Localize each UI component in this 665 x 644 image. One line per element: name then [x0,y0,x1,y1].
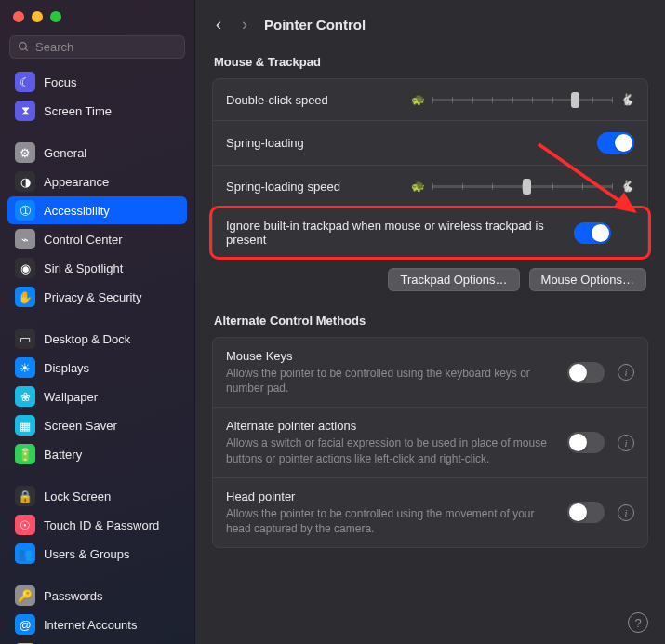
fast-icon: 🐇 [620,180,634,193]
spring-loading-speed-slider[interactable] [432,177,613,195]
sidebar-icon: ❀ [15,386,35,407]
svg-line-1 [25,48,28,51]
sidebar-icon: ▦ [15,415,35,436]
main-content: ‹ › Pointer Control Mouse & Trackpad Dou… [195,0,665,644]
back-button[interactable]: ‹ [212,13,225,36]
spring-loading-label: Spring-loading [226,136,584,150]
sidebar-item-control-center[interactable]: ⌁Control Center [7,225,187,253]
sidebar-icon: ▭ [15,329,35,349]
sidebar-icon: ➀ [15,200,35,221]
alternate-pointer-actions-row: Alternate pointer actionsAllows a switch… [213,408,647,477]
row-title: Alternate pointer actions [226,419,554,433]
fast-icon: 🐇 [620,93,634,106]
sidebar-item-focus[interactable]: ☾Focus [7,68,187,96]
info-icon[interactable]: i [618,504,634,521]
mouse-trackpad-panel: Double-click speed 🐢 🐇 Spring-loading Sp… [212,78,648,259]
mouse-options-button[interactable]: Mouse Options… [529,268,646,291]
sidebar-item-label: Internet Accounts [44,618,137,632]
sidebar-item-label: Screen Time [44,104,112,118]
sidebar-icon: ⧗ [15,101,35,121]
sidebar-item-label: Battery [44,448,82,462]
page-title: Pointer Control [264,17,366,33]
sidebar-item-label: Users & Groups [44,547,129,561]
trackpad-options-button[interactable]: Trackpad Options… [388,268,519,291]
sidebar-item-screen-saver[interactable]: ▦Screen Saver [7,411,187,439]
sidebar-item-touch-id-password[interactable]: ☉Touch ID & Password [7,511,187,539]
sidebar-item-appearance[interactable]: ◑Appearance [7,168,187,195]
double-click-speed-row: Double-click speed 🐢 🐇 [213,79,647,121]
help-button[interactable]: ? [628,612,648,633]
section-alternate-title: Alternate Control Methods [212,308,648,337]
minimize-window-button[interactable] [32,11,43,22]
content-header: ‹ › Pointer Control [212,9,648,49]
info-icon[interactable]: i [618,435,634,451]
sidebar-icon: ☀ [15,357,35,378]
close-window-button[interactable] [13,11,24,22]
sidebar-item-wallpaper[interactable]: ❀Wallpaper [7,382,187,410]
sidebar-item-accessibility[interactable]: ➀Accessibility [7,196,187,224]
options-button-row: Trackpad Options… Mouse Options… [212,259,648,295]
sidebar-icon: ☉ [15,515,35,535]
toggle[interactable] [567,502,605,523]
row-title: Mouse Keys [226,349,554,363]
row-description: Allows a switch or facial expression to … [226,436,554,465]
toggle[interactable] [567,362,605,383]
sidebar-item-label: Screen Saver [44,419,117,433]
sidebar-icon: ◑ [15,171,35,192]
mouse-keys-row: Mouse KeysAllows the pointer to be contr… [213,338,647,408]
sidebar-item-passwords[interactable]: 🔑Passwords [7,582,187,610]
info-icon[interactable]: i [618,364,634,381]
sidebar-item-battery[interactable]: 🔋Battery [7,440,187,468]
sidebar-item-general[interactable]: ⚙General [7,139,187,167]
sidebar-item-label: General [44,146,86,160]
sidebar-item-label: Siri & Spotlight [44,262,123,275]
sidebar-item-desktop-dock[interactable]: ▭Desktop & Dock [7,325,187,353]
sidebar-icon: 🔋 [15,444,35,464]
forward-button: › [238,13,251,36]
alternate-methods-panel: Mouse KeysAllows the pointer to be contr… [212,337,648,548]
ignore-trackpad-toggle[interactable] [574,222,611,244]
section-mouse-trackpad-title: Mouse & Trackpad [212,49,648,78]
sidebar-item-label: Lock Screen [44,490,111,503]
spring-loading-speed-row: Spring-loading speed 🐢 🐇 [213,166,647,208]
sidebar-item-lock-screen[interactable]: 🔒Lock Screen [7,482,187,510]
spring-loading-toggle[interactable] [597,132,634,154]
sidebar-item-siri-spotlight[interactable]: ◉Siri & Spotlight [7,254,187,282]
sidebar-item-users-groups[interactable]: 👥Users & Groups [7,540,187,568]
sidebar-icon: ✋ [15,287,35,307]
slow-icon: 🐢 [411,180,425,193]
sidebar-item-displays[interactable]: ☀Displays [7,354,187,382]
ignore-trackpad-row: Ignore built-in trackpad when mouse or w… [213,208,647,258]
row-description: Allows the pointer to be controlled usin… [226,366,554,396]
zoom-window-button[interactable] [50,11,61,22]
search-icon [18,41,30,53]
sidebar-item-internet-accounts[interactable]: @Internet Accounts [7,610,187,638]
sidebar-item-label: Displays [44,361,89,375]
sidebar: Search ☾Focus⧗Screen Time⚙General◑Appear… [0,0,195,644]
sidebar-item-label: Touch ID & Password [44,518,159,532]
sidebar-icon: ⌁ [15,229,35,249]
sidebar-item-label: Focus [44,75,76,89]
double-click-speed-slider[interactable] [432,90,613,109]
window-traffic-lights [0,0,194,30]
sidebar-item-label: Accessibility [44,204,110,218]
search-input[interactable]: Search [9,35,185,59]
sidebar-list[interactable]: ☾Focus⧗Screen Time⚙General◑Appearance➀Ac… [0,68,194,644]
sidebar-item-label: Appearance [44,175,109,189]
head-pointer-row: Head pointerAllows the pointer to be con… [213,478,647,547]
double-click-speed-label: Double-click speed [226,93,398,107]
sidebar-item-label: Passwords [44,589,103,603]
sidebar-icon: ◉ [15,258,35,278]
slow-icon: 🐢 [411,93,425,106]
sidebar-item-label: Wallpaper [44,390,98,404]
spring-loading-speed-label: Spring-loading speed [226,180,398,194]
sidebar-item-screen-time[interactable]: ⧗Screen Time [7,97,187,125]
svg-point-0 [20,43,27,50]
sidebar-icon: 🔑 [15,585,35,606]
toggle[interactable] [567,432,605,453]
sidebar-item-game-center[interactable]: ◆Game Center [7,639,187,644]
sidebar-icon: 👥 [15,543,35,564]
row-description: Allows the pointer to be controlled usin… [226,506,554,536]
sidebar-item-privacy-security[interactable]: ✋Privacy & Security [7,283,187,311]
sidebar-icon: @ [15,614,35,635]
